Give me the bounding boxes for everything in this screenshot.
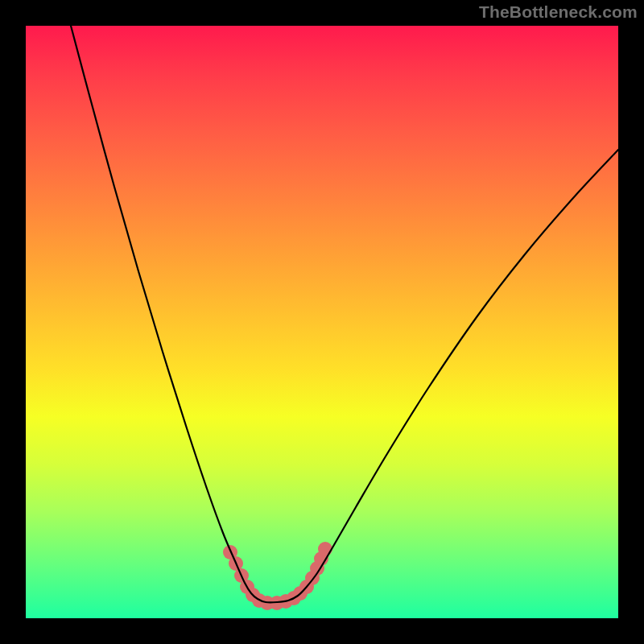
plot-area (26, 26, 618, 618)
watermark-text: TheBottleneck.com (479, 2, 638, 22)
curve-svg (26, 26, 618, 618)
valley-dot (318, 542, 332, 556)
bottleneck-curve (71, 26, 618, 602)
chart-frame: TheBottleneck.com (0, 0, 644, 644)
